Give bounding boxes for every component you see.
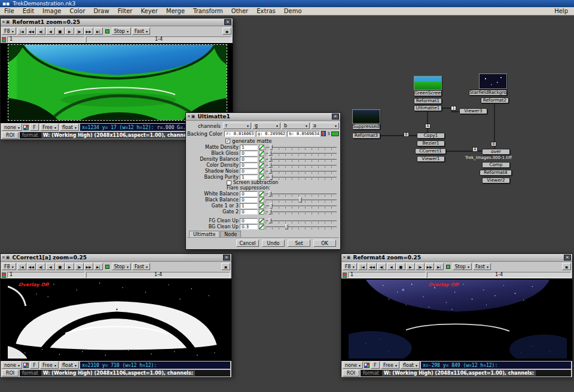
- transport-button-6[interactable]: |▶: [75, 27, 84, 35]
- keyframe-icon[interactable]: [259, 169, 264, 174]
- menu-other[interactable]: Other: [227, 7, 252, 15]
- stop-dropdown[interactable]: Stop ▾: [112, 263, 131, 270]
- cancel-button[interactable]: Cancel: [236, 240, 259, 247]
- slider-thumb[interactable]: [299, 197, 302, 203]
- param-slider[interactable]: [265, 145, 337, 150]
- transport-button-7[interactable]: ▶▶: [84, 263, 93, 270]
- backing-r-field[interactable]: r: 0.016063: [224, 131, 255, 137]
- transport-button-5[interactable]: ▶: [65, 263, 74, 270]
- param-value-field[interactable]: 0: [240, 151, 258, 156]
- slider-thumb[interactable]: [270, 203, 273, 209]
- node-ultimatte1[interactable]: Ultimatte1: [414, 105, 442, 111]
- slider-thumb[interactable]: [268, 169, 271, 174]
- param-slider[interactable]: [265, 203, 337, 209]
- window-menu-icon[interactable]: ✕▣: [2, 20, 10, 24]
- transport-button-4[interactable]: ■: [56, 27, 65, 35]
- param-value-field[interactable]: 1: [240, 203, 258, 209]
- menu-file[interactable]: File: [0, 7, 19, 15]
- channel-swatch-icon[interactable]: [23, 125, 29, 130]
- transport-button-5[interactable]: ▶: [65, 27, 74, 35]
- generate-matte-checkbox[interactable]: ✓: [225, 139, 230, 143]
- slider-thumb[interactable]: [268, 218, 271, 223]
- node-reformat3[interactable]: Reformat3: [352, 133, 380, 139]
- slider-thumb[interactable]: [285, 224, 288, 229]
- keyframe-icon[interactable]: [259, 174, 264, 180]
- menu-draw[interactable]: Draw: [90, 7, 114, 15]
- slider-thumb[interactable]: [268, 157, 271, 162]
- green-thumbnail[interactable]: [414, 76, 442, 90]
- depth-dropdown[interactable]: float ▾: [401, 362, 420, 369]
- compare-dropdown[interactable]: none ▾: [2, 124, 22, 131]
- menu-transform[interactable]: Transform: [189, 7, 227, 15]
- frame-range-field[interactable]: 1-4: [86, 36, 231, 42]
- screen-subtraction-checkbox[interactable]: [227, 180, 231, 185]
- f-button[interactable]: F: [30, 124, 39, 131]
- transport-button-0[interactable]: |◀: [17, 27, 26, 35]
- suppressed-thumbnail[interactable]: [352, 109, 380, 124]
- transport-button-4[interactable]: ■: [396, 263, 405, 270]
- transport-button-2[interactable]: ◀|: [377, 263, 386, 270]
- menu-keyer[interactable]: Keyer: [136, 7, 161, 15]
- f-button[interactable]: F: [30, 362, 39, 369]
- slider-thumb[interactable]: [268, 191, 271, 197]
- transport-button-1[interactable]: ◀◀: [368, 263, 377, 270]
- channel-g-dropdown[interactable]: g ▾: [252, 122, 280, 129]
- transport-button-3[interactable]: ◀: [46, 27, 55, 35]
- keyframe-icon[interactable]: [259, 218, 264, 223]
- window-titlebar[interactable]: ✕▣ Reformat1 zoom=0.25 ✕: [1, 19, 233, 26]
- window-menu-icon[interactable]: ✕▣: [187, 114, 196, 119]
- tab-ultimatte[interactable]: Ultimatte: [189, 231, 219, 237]
- backing-color-swatch[interactable]: [331, 131, 339, 136]
- param-value-field[interactable]: 1: [240, 145, 258, 150]
- param-slider[interactable]: [265, 191, 337, 197]
- keyframe-icon[interactable]: [259, 203, 264, 209]
- speed-dropdown[interactable]: Fast ▾: [132, 263, 150, 270]
- menu-extras[interactable]: Extras: [252, 7, 280, 15]
- keyframe-icon[interactable]: [259, 145, 264, 150]
- viewer-canvas[interactable]: [1, 43, 233, 123]
- close-icon[interactable]: ✕: [564, 255, 571, 261]
- node-ccorrect1[interactable]: CCorrect1: [415, 148, 446, 154]
- transport-button-3[interactable]: ◀: [46, 263, 55, 270]
- node-reformat2[interactable]: Reformat2: [481, 97, 509, 103]
- window-titlebar[interactable]: ✕▣ CCorrect1[a] zoom=0.25 ✕: [1, 254, 231, 262]
- stop-dropdown[interactable]: Stop ▾: [453, 263, 472, 270]
- menu-color[interactable]: Color: [65, 7, 89, 15]
- current-frame-field[interactable]: 1: [7, 36, 85, 42]
- param-value-field[interactable]: 0: [240, 163, 258, 168]
- transport-button-4[interactable]: ■: [56, 263, 65, 270]
- window-menu-icon[interactable]: ✕▣: [2, 255, 10, 260]
- channel-r-dropdown[interactable]: r ▾: [223, 122, 251, 129]
- stop-dropdown[interactable]: Stop ▾: [112, 27, 131, 35]
- param-value-field[interactable]: 0: [240, 218, 258, 223]
- slider-thumb[interactable]: [270, 174, 273, 180]
- close-icon[interactable]: ✕: [224, 19, 231, 25]
- transport-button-3[interactable]: ◀: [387, 263, 396, 270]
- node-viewer3[interactable]: Viewer3: [459, 108, 487, 114]
- fps-dropdown[interactable]: F8 ▾: [2, 263, 16, 270]
- transport-button-1[interactable]: ◀◀: [27, 27, 36, 35]
- current-frame-field[interactable]: 1: [348, 272, 426, 278]
- frame-range-field[interactable]: 1-4: [86, 272, 230, 278]
- keyframe-icon[interactable]: [259, 224, 264, 229]
- keyframe-icon[interactable]: [259, 197, 264, 203]
- current-frame-field[interactable]: 1: [7, 272, 85, 278]
- node-greenscreen[interactable]: GreenScreen: [414, 90, 442, 96]
- stars-thumbnail[interactable]: [479, 74, 507, 89]
- node-comp[interactable]: Comp: [482, 162, 510, 168]
- zoom-mode-dropdown[interactable]: Free ▾: [40, 124, 59, 131]
- slider-thumb[interactable]: [270, 145, 273, 150]
- transport-button-1[interactable]: ◀◀: [27, 263, 36, 270]
- zoom-mode-dropdown[interactable]: Free ▾: [381, 362, 399, 369]
- transport-button-6[interactable]: |▶: [75, 263, 84, 270]
- roi-button[interactable]: ROI: [2, 132, 19, 139]
- fps-dropdown[interactable]: F8 ▾: [2, 27, 16, 35]
- menu-filter[interactable]: Filter: [114, 7, 137, 15]
- keyframe-icon[interactable]: [259, 151, 264, 156]
- keyframe-icon[interactable]: [259, 191, 264, 197]
- transport-button-6[interactable]: |▶: [416, 263, 425, 270]
- param-value-field[interactable]: 0: [240, 209, 258, 215]
- detach-button[interactable]: ▣: [562, 263, 571, 270]
- window-menu-icon[interactable]: ✕▣: [343, 255, 351, 260]
- transport-button-2[interactable]: ◀|: [36, 263, 45, 270]
